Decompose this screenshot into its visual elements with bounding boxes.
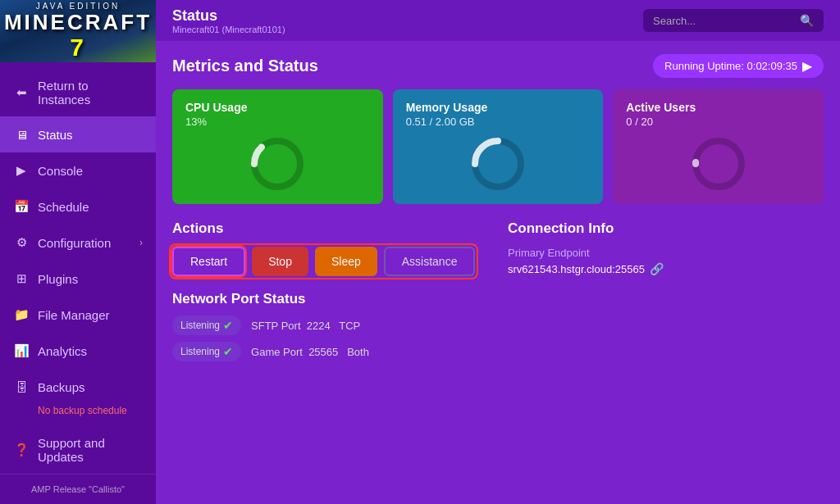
sidebar-item-status[interactable]: 🖥 Status [0,116,156,152]
check-circle-icon-2: ✔ [223,345,233,358]
actions-connection-row: Actions Restart Stop Sleep Assistance Ne… [172,220,824,368]
sidebar-item-configuration[interactable]: ⚙ Configuration › [0,225,156,261]
game-label: Game Port [251,346,303,358]
minecraft-logo-name: MINECRAFT [4,11,152,34]
memory-gauge [469,135,527,193]
archive-icon: 🗄 [13,379,30,395]
play-icon: ▶ [802,58,812,74]
sidebar-logo: JAVA EDITION MINECRAFT 7 [0,0,156,62]
connection-title: Connection Info [508,220,824,237]
header-title-block: Status Minecraft01 (Minecraft0101) [172,7,285,34]
cpu-gauge [249,135,306,193]
sidebar-item-label: Configuration [38,236,111,250]
folder-icon: 📁 [13,306,30,323]
monitor-icon: 🖥 [13,126,30,143]
sftp-status-text: Listening [180,320,220,331]
minecraft-logo-text: JAVA EDITION MINECRAFT 7 [4,2,152,61]
check-circle-icon: ✔ [223,319,233,332]
sidebar-item-label: Return to Instances [38,79,143,107]
sidebar-item-schedule[interactable]: 📅 Schedule [0,188,156,225]
grid-icon: ⊞ [13,270,30,287]
search-icon: 🔍 [800,14,814,27]
backup-subtext: No backup schedule [13,405,127,416]
content-area: Metrics and Status Running Uptime: 0:02:… [156,41,840,504]
sidebar-footer: AMP Release "Callisto" [0,474,156,504]
terminal-icon: ▶ [13,162,30,179]
sidebar-item-label: Console [38,164,83,178]
sleep-button[interactable]: Sleep [315,247,377,276]
game-protocol: Both [347,346,369,358]
gear-icon: ⚙ [13,234,30,251]
uptime-text: Running Uptime: 0:02:09:35 [664,60,797,72]
main-content: Status Minecraft01 (Minecraft0101) 🔍 Met… [156,0,840,504]
sidebar-item-label: Support and Updates [38,436,143,464]
chevron-right-icon: › [139,237,143,248]
page-title: Status [172,7,285,25]
sidebar: JAVA EDITION MINECRAFT 7 ⬅ Return to Ins… [0,0,156,504]
help-circle-icon: ❓ [13,442,30,458]
sidebar-item-label: Plugins [38,272,78,286]
active-users-card: Active Users 0 / 20 [613,89,824,204]
cpu-value: 13% [185,116,370,128]
sftp-label: SFTP Port [251,320,300,332]
sidebar-item-return[interactable]: ⬅ Return to Instances [0,69,156,116]
game-port-row: Listening ✔ Game Port 25565 Both [172,342,488,361]
sidebar-navigation: ⬅ Return to Instances 🖥 Status ▶ Console… [0,62,156,474]
restart-button[interactable]: Restart [172,247,245,276]
connection-endpoint: srv621543.hstgr.cloud:25565 🔗 [508,262,824,275]
sidebar-item-label: File Manager [38,308,110,322]
metrics-section-header: Metrics and Status Running Uptime: 0:02:… [172,54,824,78]
sftp-listening-badge: Listening ✔ [172,316,241,335]
memory-label: Memory Usage [406,101,591,114]
metric-cards-container: CPU Usage 13% Memory Usage 0.51 / 2.00 G… [172,89,824,204]
game-port-number: 25565 [308,346,338,358]
sidebar-item-label: Backups [38,380,85,394]
memory-value: 0.51 / 2.00 GB [406,116,591,128]
game-listening-badge: Listening ✔ [172,342,241,361]
sftp-port-number: 2224 [307,320,331,332]
page-subtitle: Minecraft01 (Minecraft0101) [172,25,285,34]
minecraft-logo-version: 7 [4,34,152,61]
calendar-icon: 📅 [13,198,30,215]
sftp-port-info: SFTP Port 2224 TCP [251,320,360,332]
arrow-left-icon: ⬅ [13,84,30,101]
sidebar-item-filemanager[interactable]: 📁 File Manager [0,297,156,333]
sidebar-item-label: Analytics [38,344,87,358]
sidebar-item-backups[interactable]: 🗄 Backups No backup schedule [0,369,156,426]
actions-section: Actions Restart Stop Sleep Assistance Ne… [172,220,488,368]
cpu-label: CPU Usage [185,101,370,114]
sidebar-item-label: Schedule [38,200,89,214]
game-port-info: Game Port 25565 Both [251,346,369,358]
chart-icon: 📊 [13,343,30,359]
search-bar[interactable]: 🔍 [643,9,824,32]
sidebar-item-console[interactable]: ▶ Console [0,152,156,188]
sftp-protocol: TCP [339,320,360,332]
sidebar-item-support[interactable]: ❓ Support and Updates [0,426,156,474]
users-label: Active Users [626,101,810,114]
svg-point-4 [696,141,742,187]
metrics-title: Metrics and Status [172,57,318,75]
stop-button[interactable]: Stop [252,247,308,276]
cpu-usage-card: CPU Usage 13% [172,89,383,204]
sidebar-item-analytics[interactable]: 📊 Analytics [0,333,156,369]
users-gauge [690,135,747,193]
network-port-title: Network Port Status [172,291,488,307]
endpoint-text: srv621543.hstgr.cloud:25565 [508,263,645,275]
connection-label: Primary Endpoint [508,247,824,259]
sidebar-item-label: Status [38,128,73,142]
uptime-badge: Running Uptime: 0:02:09:35 ▶ [653,54,824,78]
actions-title: Actions [172,220,488,237]
sftp-port-row: Listening ✔ SFTP Port 2224 TCP [172,316,488,335]
memory-usage-card: Memory Usage 0.51 / 2.00 GB [393,89,604,204]
assistance-button[interactable]: Assistance [384,247,476,276]
search-input[interactable] [653,15,793,27]
copy-link-icon[interactable]: 🔗 [650,262,664,275]
connection-section: Connection Info Primary Endpoint srv6215… [508,220,824,368]
game-status-text: Listening [180,346,220,357]
sidebar-item-plugins[interactable]: ⊞ Plugins [0,261,156,297]
actions-buttons-wrapper: Restart Stop Sleep Assistance [172,247,475,276]
users-value: 0 / 20 [626,116,810,128]
page-header: Status Minecraft01 (Minecraft0101) 🔍 [156,0,840,41]
